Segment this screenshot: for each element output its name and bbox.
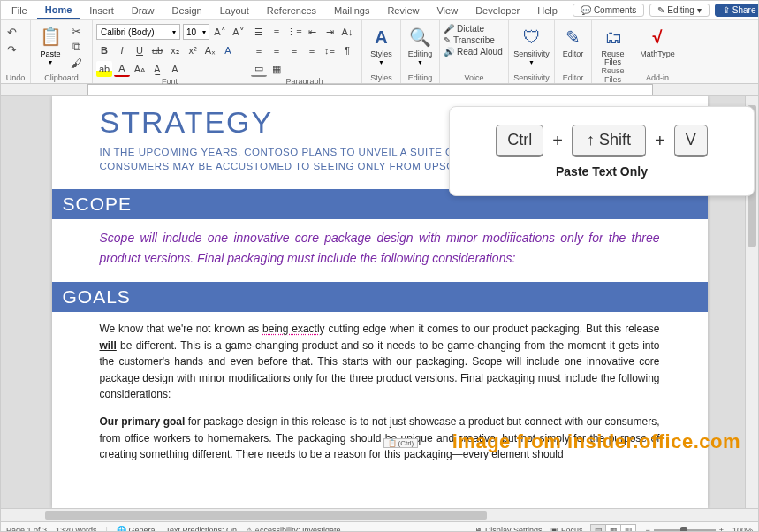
- font-size-combo[interactable]: 10 ▾: [183, 24, 209, 40]
- tab-mailings[interactable]: Mailings: [326, 3, 377, 19]
- zoom-level[interactable]: 100%: [732, 526, 753, 533]
- subscript-button[interactable]: x₂: [167, 42, 183, 58]
- up-arrow-icon: ↑: [587, 131, 595, 149]
- decrease-indent-button[interactable]: ⇤: [304, 24, 320, 40]
- shrink-font-button[interactable]: A˅: [231, 24, 247, 40]
- dictate-button[interactable]: 🎤 Dictate: [444, 24, 484, 34]
- share-label: Share: [732, 5, 756, 15]
- tab-home[interactable]: Home: [37, 2, 80, 19]
- redo-button[interactable]: ↷: [4, 42, 19, 57]
- zoom-out-button[interactable]: −: [645, 526, 649, 533]
- tab-developer[interactable]: Developer: [467, 3, 528, 19]
- undo-button[interactable]: ↶: [4, 25, 19, 39]
- paste-button[interactable]: 📋 Paste ▼: [34, 22, 66, 67]
- clipboard-icon: 📋: [38, 24, 63, 49]
- tab-review[interactable]: Review: [379, 3, 427, 19]
- transcribe-label: Transcribe: [453, 35, 495, 45]
- horizontal-ruler[interactable]: [1, 84, 758, 96]
- zoom-track[interactable]: [654, 529, 716, 531]
- status-accessibility[interactable]: ⚠ Accessibility: Investigate: [246, 526, 341, 533]
- editing-label: Editing: [667, 5, 694, 15]
- scope-paragraph[interactable]: Scope will include one innovative core p…: [100, 228, 660, 268]
- copy-button[interactable]: ⧉: [69, 40, 83, 54]
- transcribe-button[interactable]: ✎ Transcribe: [444, 35, 495, 45]
- editing-mode-button[interactable]: ✎ Editing ▾: [649, 4, 710, 17]
- plus-sign: +: [552, 131, 563, 151]
- heading-goals[interactable]: GOALS: [52, 282, 708, 312]
- shading-button[interactable]: ▭: [251, 61, 267, 77]
- tab-view[interactable]: View: [429, 3, 466, 19]
- strikethrough-button[interactable]: ab: [149, 42, 165, 58]
- borders-button[interactable]: ▦: [269, 61, 285, 77]
- view-print-button[interactable]: ▦: [605, 524, 621, 533]
- text-effects-button[interactable]: A: [220, 42, 236, 58]
- paste-options-badge[interactable]: 📋 (Ctrl): [383, 438, 419, 448]
- status-accessibility-label: Accessibility: Investigate: [254, 526, 341, 533]
- group-label: Reuse Files: [596, 66, 630, 85]
- bold-button[interactable]: B: [96, 42, 112, 58]
- zoom-in-button[interactable]: +: [719, 526, 724, 533]
- status-lang[interactable]: 🌐 General: [117, 526, 157, 533]
- increase-indent-button[interactable]: ⇥: [322, 24, 338, 40]
- group-sensitivity: 🛡 Sensitivity ▼ Sensitivity: [509, 20, 555, 83]
- tab-references[interactable]: References: [259, 3, 324, 19]
- show-marks-button[interactable]: ¶: [339, 42, 355, 58]
- tab-draw[interactable]: Draw: [124, 3, 163, 19]
- tab-insert[interactable]: Insert: [81, 3, 122, 19]
- editor-button[interactable]: ✎: [561, 25, 586, 49]
- sensitivity-button[interactable]: 🛡: [520, 25, 544, 49]
- status-predictions[interactable]: Text Predictions: On: [165, 526, 237, 533]
- view-read-button[interactable]: ▤: [590, 524, 606, 533]
- change-case-button[interactable]: Aa: [132, 61, 148, 77]
- char-shading-button[interactable]: A: [167, 61, 183, 77]
- zoom-slider[interactable]: − +: [645, 526, 724, 533]
- grow-font-button[interactable]: A˄: [212, 24, 228, 40]
- tab-layout[interactable]: Layout: [212, 3, 257, 19]
- share-button[interactable]: ⇪ Share ▾: [715, 4, 759, 17]
- comments-icon: 💬: [581, 5, 591, 15]
- scrollbar-thumb[interactable]: [45, 511, 487, 520]
- underline-button[interactable]: U: [132, 42, 148, 58]
- mathtype-label: MathType: [640, 50, 675, 58]
- paste-badge-label: (Ctrl): [398, 439, 414, 447]
- font-name-combo[interactable]: Calibri (Body) ▾: [96, 24, 180, 40]
- bullets-button[interactable]: ☰: [251, 24, 267, 40]
- char-border-button[interactable]: A̲: [149, 61, 165, 77]
- status-display-settings[interactable]: 🖥 Display Settings: [474, 526, 542, 533]
- text-run: cutting edge when it comes to our produc…: [325, 323, 660, 335]
- format-painter-button[interactable]: 🖌: [69, 56, 83, 70]
- mathtype-button[interactable]: √: [645, 25, 670, 49]
- read-aloud-label: Read Aloud: [457, 47, 503, 57]
- font-color-button[interactable]: A: [114, 61, 130, 77]
- status-focus[interactable]: ▣ Focus: [550, 526, 582, 533]
- find-button[interactable]: 🔍: [408, 25, 433, 49]
- goals-paragraph-1[interactable]: We know that we're not known as being ex…: [100, 321, 660, 403]
- styles-button[interactable]: A: [369, 25, 394, 49]
- status-word-count[interactable]: 1320 words: [56, 526, 97, 533]
- sort-button[interactable]: A↓: [339, 24, 355, 40]
- status-lang-label: General: [128, 526, 156, 533]
- reuse-files-button[interactable]: 🗂: [601, 25, 626, 49]
- highlight-button[interactable]: ab: [96, 61, 112, 77]
- cut-button[interactable]: ✂: [69, 24, 83, 38]
- superscript-button[interactable]: x²: [185, 42, 201, 58]
- italic-button[interactable]: I: [114, 42, 130, 58]
- clear-format-button[interactable]: Aₓ: [202, 42, 218, 58]
- tab-design[interactable]: Design: [163, 3, 209, 19]
- read-aloud-button[interactable]: 🔊 Read Aloud: [444, 47, 503, 57]
- line-spacing-button[interactable]: ↕≡: [322, 42, 338, 58]
- align-center-button[interactable]: ≡: [269, 42, 285, 58]
- status-page[interactable]: Page 1 of 3: [6, 526, 47, 533]
- align-left-button[interactable]: ≡: [251, 42, 267, 58]
- justify-button[interactable]: ≡: [304, 42, 320, 58]
- paste-label: Paste: [40, 49, 60, 58]
- multilevel-button[interactable]: ⋮≡: [286, 24, 302, 40]
- zoom-thumb[interactable]: [680, 527, 687, 533]
- tab-help[interactable]: Help: [529, 3, 565, 19]
- horizontal-scrollbar[interactable]: [1, 508, 758, 521]
- view-web-button[interactable]: ▥: [620, 524, 636, 533]
- align-right-button[interactable]: ≡: [286, 42, 302, 58]
- tab-file[interactable]: File: [4, 3, 35, 19]
- comments-button[interactable]: 💬 Comments: [573, 4, 644, 17]
- numbering-button[interactable]: ≡: [269, 24, 285, 40]
